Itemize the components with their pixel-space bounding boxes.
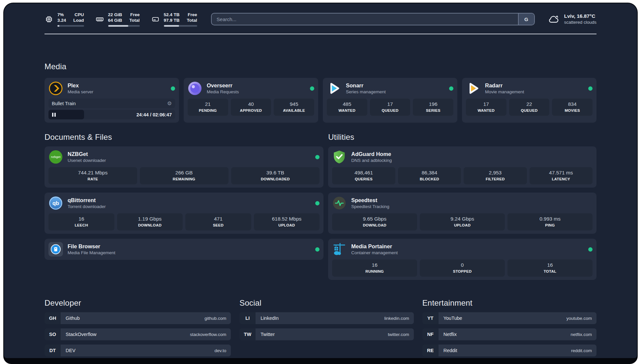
stat-value: 22 — [510, 101, 548, 107]
stat-label: SERIES — [414, 108, 452, 113]
stat-value: 16 — [509, 262, 591, 268]
stat-value: 1.19 Gbps — [118, 216, 182, 222]
stat-box: 196SERIES — [413, 99, 453, 116]
stat-box: 16TOTAL — [507, 259, 593, 277]
section-title-media: Media — [45, 62, 596, 71]
svg-text:nzbget: nzbget — [51, 155, 61, 159]
bookmark-name: StackOverflow — [66, 332, 96, 337]
stat-label: RATE — [50, 177, 136, 182]
section-title-developer: Developer — [45, 298, 231, 308]
radarr-icon — [466, 81, 480, 96]
app-name: Overseerr — [207, 82, 239, 89]
stat-value: 744.21 Mbps — [50, 169, 136, 176]
stat-value: 834 — [553, 101, 591, 107]
card-qbittorrent[interactable]: qb qBittorrent Torrent downloader 16LEEC… — [45, 193, 323, 234]
disk-progress-fill — [164, 25, 179, 27]
stat-label: DOWNLOAD — [118, 223, 182, 228]
dashboard-panel: 7%3.24 CPULoad 22 GiB64 GiB FreeTotal — [4, 3, 637, 358]
playback-progress-bar[interactable]: 24:44 / 02:06:47 — [48, 110, 175, 119]
search-engine-button[interactable]: G — [518, 14, 534, 25]
card-portainer[interactable]: Media Portainer Container management 16R… — [328, 239, 596, 280]
search-input[interactable] — [211, 13, 535, 25]
stat-box: 1.19 GbpsDOWNLOAD — [117, 213, 183, 230]
cpu-icon — [45, 15, 53, 24]
bookmark-youtube[interactable]: YT YouTubeyoutube.com — [422, 312, 596, 324]
stat-label: QUERIES — [333, 177, 394, 182]
cpu-progress-track — [57, 25, 84, 27]
app-name: File Browser — [68, 243, 115, 250]
plex-now-playing: Bullet Train ⚙ 24:44 / 02:06:47 — [48, 99, 175, 119]
status-dot — [310, 86, 314, 91]
now-playing-title: Bullet Train — [52, 101, 76, 106]
stat-value: 16 — [50, 216, 113, 222]
stat-label: REMAINING — [141, 177, 227, 182]
pause-icon[interactable] — [52, 113, 56, 117]
bookmark-dev[interactable]: DT DEVdev.to — [45, 345, 231, 356]
window-frame: 7%3.24 CPULoad 22 GiB64 GiB FreeTotal — [3, 3, 638, 364]
bookmark-code: LI — [239, 312, 256, 324]
bookmark-name: DEV — [66, 348, 76, 353]
stat-box: 945AVAILABLE — [274, 99, 314, 116]
stat-label: LATENCY — [531, 177, 591, 182]
ram-progress-fill — [108, 25, 128, 27]
stat-box: 47.571 msLATENCY — [530, 167, 593, 184]
bookmark-url: github.com — [204, 316, 226, 321]
bookmark-name: Twitter — [260, 332, 275, 337]
card-adguard[interactable]: AdGuard Home DNS and adblocking 498,461Q… — [328, 146, 596, 188]
card-speedtest[interactable]: Speedtest Speedtest Tracking 9.65 GbpsDO… — [328, 193, 596, 234]
stat-box: 485WANTED — [327, 99, 367, 116]
stat-value: 17 — [467, 101, 505, 107]
bookmark-url: reddit.com — [571, 348, 592, 353]
stat-box: 744.21 MbpsRATE — [48, 167, 137, 184]
card-plex[interactable]: Plex Media server Bullet Train ⚙ 24:44 /… — [45, 78, 179, 123]
bookmark-url: stackoverflow.com — [190, 332, 226, 337]
stat-box: 498,461QUERIES — [332, 167, 395, 184]
stat-box: 16RUNNING — [332, 259, 417, 277]
stat-box: 22QUEUED — [509, 99, 550, 116]
bookmark-code: NF — [422, 328, 439, 340]
card-overseerr[interactable]: Overseerr Media Requests 21PENDING 40APP… — [184, 78, 318, 123]
card-radarr[interactable]: Radarr Movie management 17WANTED 22QUEUE… — [462, 78, 596, 123]
app-name: Sonarr — [346, 82, 386, 89]
bookmark-code: SO — [45, 328, 61, 340]
card-filebrowser[interactable]: File Browser Media File Management — [45, 239, 323, 260]
stat-box: 39.6 TBDOWNLOADED — [231, 167, 320, 184]
bookmark-linkedin[interactable]: LI LinkedInlinkedin.com — [239, 312, 413, 324]
stat-label: DOWNLOAD — [333, 223, 416, 228]
portainer-icon — [332, 242, 347, 257]
card-nzbget[interactable]: nzbget NZBGet Usenet downloader 744.21 M… — [45, 146, 323, 188]
bookmark-reddit[interactable]: RE Redditreddit.com — [422, 345, 596, 356]
bookmark-netflix[interactable]: NF Netflixnetflix.com — [422, 328, 596, 340]
system-stats: 7%3.24 CPULoad 22 GiB64 GiB FreeTotal — [45, 12, 197, 27]
stat-label: WANTED — [467, 108, 505, 113]
section-media: Media Plex Media server Bullet Train — [45, 62, 596, 123]
bookmark-github[interactable]: GH Githubgithub.com — [45, 312, 231, 324]
stat-box: 9.65 GbpsDOWNLOAD — [332, 213, 417, 230]
stat-label: BLOCKED — [399, 177, 460, 182]
bookmark-twitter[interactable]: TW Twittertwitter.com — [239, 328, 413, 340]
stat-box: 9.24 GbpsUPLOAD — [420, 213, 505, 230]
ram-total: 64 GiB — [108, 17, 122, 23]
stat-box: 618.52 MbpsUPLOAD — [254, 213, 320, 230]
stat-box: 17WANTED — [466, 99, 506, 116]
stat-value: 2,953 — [465, 169, 525, 176]
stat-value: 47.571 ms — [531, 169, 591, 176]
bookmark-stackoverflow[interactable]: SO StackOverflowstackoverflow.com — [45, 328, 231, 340]
bookmark-code: RE — [422, 345, 439, 356]
search-bar: G — [211, 13, 535, 25]
stat-label: UPLOAD — [421, 223, 504, 228]
stat-label: STOPPED — [421, 269, 504, 274]
stat-label: SEED — [187, 223, 250, 228]
section-developer: Developer GH Githubgithub.com SO StackOv… — [45, 298, 231, 356]
bookmark-name: YouTube — [443, 316, 462, 321]
overseerr-icon — [188, 81, 202, 96]
app-name: Radarr — [485, 82, 524, 89]
stat-box: 40APPROVED — [231, 99, 271, 116]
bookmark-code: DT — [45, 345, 61, 356]
stat-label: RUNNING — [333, 269, 416, 274]
stat-value: 498,461 — [333, 169, 394, 176]
app-description: Usenet downloader — [68, 158, 106, 163]
card-sonarr[interactable]: Sonarr Series management 485WANTED 17QUE… — [323, 78, 457, 123]
settings-icon[interactable]: ⚙ — [167, 101, 172, 106]
app-description: Container management — [351, 250, 398, 256]
